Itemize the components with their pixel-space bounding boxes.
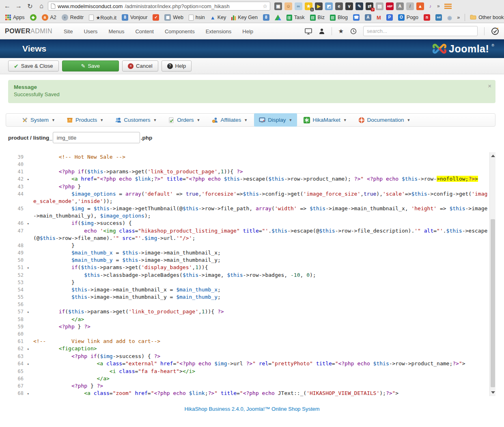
forward-icon[interactable]: → <box>14 2 24 10</box>
code-text[interactable]: <?php } <box>32 183 489 190</box>
bookmark-gmail[interactable]: M <box>375 14 383 22</box>
code-text[interactable]: if($this->params->get('display_badges',1… <box>32 264 489 271</box>
bookmark-p[interactable]: P <box>384 13 395 22</box>
save-close-button[interactable]: ✔Save & Close <box>8 60 59 71</box>
code-text[interactable]: $img = $this->image->getThumbnail(@$this… <box>32 205 489 220</box>
fold-arrow-icon[interactable]: ▾ <box>25 264 29 272</box>
scroll-up-icon[interactable] <box>491 155 495 157</box>
bookmark-drive[interactable] <box>273 14 283 21</box>
close-icon[interactable]: × <box>488 82 491 89</box>
fold-arrow-icon[interactable]: ▾ <box>25 345 29 353</box>
bookmark-web[interactable]: ▦Web <box>162 13 185 22</box>
code-text[interactable]: if($this->params->get('link_to_product_p… <box>32 308 489 315</box>
bookmark-hangouts[interactable]: ☎ <box>351 13 362 22</box>
reload-icon[interactable]: ↻ <box>25 2 35 10</box>
star-badge-extension-icon[interactable]: ★1 <box>305 2 312 10</box>
extensions-overflow-icon[interactable]: » <box>436 3 441 9</box>
code-text[interactable]: <i class="fa fa-heart"></i> <box>32 368 489 375</box>
hikashop-menu-orders[interactable]: Orders▼ <box>163 113 205 127</box>
hikashop-menu-documentation[interactable]: Documentation▼ <box>353 113 416 127</box>
code-text[interactable]: <a href="<?php echo $link;?>" title="<?p… <box>32 175 489 183</box>
footer-joomla-link[interactable]: Joomla!™ Online Shop System <box>246 406 320 412</box>
admin-nav-item-users[interactable]: Users <box>84 28 97 35</box>
refresh-question-extension-icon[interactable]: ⇄? <box>366 2 373 10</box>
bookmark-apps[interactable]: Apps <box>3 14 27 21</box>
code-text[interactable] <box>32 330 489 338</box>
code-text[interactable]: $main_thumb_y = $this->image->main_thumb… <box>32 257 489 264</box>
link-extension-icon[interactable]: ∞ <box>295 2 302 10</box>
adblock-plus-extension-icon[interactable]: ABP <box>386 2 394 10</box>
code-text[interactable]: echo '<img class="hikashop_product_listi… <box>32 227 489 242</box>
fold-arrow-icon[interactable]: ▾ <box>25 220 29 227</box>
code-text[interactable]: <?php if($img->success) { ?> <box>32 353 489 360</box>
bookmark-google8[interactable]: 8 <box>261 13 271 22</box>
code-text[interactable]: $image_options = array('default' => true… <box>32 190 489 205</box>
code-text[interactable]: $this->image->main_thumbnail_y = $main_t… <box>32 293 489 301</box>
bookmark-star-icon[interactable]: ☆ <box>263 3 267 9</box>
send-to-phone-extension-icon[interactable]: ▶ <box>315 2 323 10</box>
pocket-extension-icon[interactable]: ∨ <box>345 2 353 10</box>
code-text[interactable]: <figcaption> <box>32 345 489 352</box>
bookmark-pogo[interactable]: OPogo <box>396 13 420 22</box>
clip-extension-icon[interactable]: / <box>406 2 414 10</box>
admin-nav-item-site[interactable]: Site <box>64 28 73 35</box>
code-text[interactable]: <!-- Hot New Sale --> <box>32 153 489 161</box>
code-text[interactable]: <!-- View link and add to cart--> <box>32 338 489 345</box>
bookmark-sd[interactable]: sd <box>433 13 444 22</box>
bookmark-hsin[interactable]: hsin <box>187 14 207 22</box>
admin-nav-item-extensions[interactable]: Extensions <box>206 28 232 35</box>
code-editor[interactable]: 39 <!-- Hot New Sale -->4041 <?php if($t… <box>8 152 495 396</box>
code-text[interactable]: $this->image->main_thumbnail_x = $main_t… <box>32 286 489 293</box>
bookmark-translate[interactable]: A <box>363 13 373 22</box>
bookmark-blog[interactable]: Blog <box>328 14 350 22</box>
evernote-extension-icon[interactable]: e <box>335 2 343 10</box>
code-text[interactable]: <a class="zoom" href="<?php echo $link;?… <box>32 390 489 396</box>
fold-arrow-icon[interactable]: ▾ <box>25 360 29 368</box>
seo-extension-icon[interactable]: ◩ <box>325 2 333 10</box>
bookmark-red[interactable]: n <box>422 13 432 22</box>
preview-monitor-icon[interactable] <box>305 28 312 35</box>
music-extension-icon[interactable]: ♪ <box>426 2 434 10</box>
hikashop-menu-hikamarket[interactable]: HikaMarket▼ <box>299 113 351 127</box>
bookmark-task[interactable]: Task <box>284 14 307 22</box>
bookmark-rss[interactable]: ◉ <box>445 14 454 22</box>
bookmark-reditr[interactable]: ◗Reditr <box>60 13 86 22</box>
admin-nav-item-content[interactable]: Content <box>135 28 154 35</box>
cancel-button[interactable]: ×Cancel <box>122 60 158 71</box>
hikashop-menu-affiliates[interactable]: Affiliates▼ <box>207 113 253 127</box>
back-icon[interactable]: ← <box>2 2 12 10</box>
home-icon[interactable]: ⌂ <box>37 2 46 10</box>
browser-menu-icon[interactable] <box>444 4 452 9</box>
bookmark-key-gen[interactable]: Key Gen <box>229 14 260 21</box>
translate-extension-icon[interactable]: A <box>396 2 404 10</box>
pen-extension-icon[interactable]: ✎ <box>355 2 363 10</box>
code-text[interactable] <box>32 301 489 308</box>
code-text[interactable]: <?php if($this->params->get('link_to_pro… <box>32 168 489 175</box>
hikashop-menu-customers[interactable]: Customers▼ <box>110 113 162 127</box>
fold-arrow-icon[interactable]: ▾ <box>25 390 29 396</box>
code-text[interactable]: } <box>32 242 489 249</box>
code-text[interactable]: } <box>32 279 489 286</box>
camera-extension-icon[interactable]: ▣ <box>274 2 282 10</box>
code-text[interactable]: <?php } ?> <box>32 323 489 330</box>
editor-scrollbar[interactable] <box>489 152 495 396</box>
bookmark-roohit[interactable]: ★Rooh.it <box>87 14 118 22</box>
hikashop-menu-system[interactable]: System▼ <box>17 113 60 127</box>
admin-search-input[interactable] <box>363 26 478 36</box>
reader-extension-icon[interactable]: ▤ <box>376 2 383 10</box>
scrollbar-thumb[interactable] <box>491 219 495 387</box>
code-text[interactable]: </a> <box>32 316 489 323</box>
code-text[interactable]: <a class="external" href="<?php echo $im… <box>32 360 489 367</box>
favorites-star-icon[interactable]: ★ <box>338 28 344 35</box>
code-text[interactable]: <?php } ?> <box>32 382 489 390</box>
bookmarks-overflow[interactable]: » <box>455 14 462 21</box>
bookmark-key[interactable]: ▲Key <box>208 14 228 22</box>
code-text[interactable]: </a> <box>32 375 489 382</box>
user-icon[interactable] <box>319 28 325 35</box>
hikashop-menu-display[interactable]: Display▼ <box>254 113 297 127</box>
admin-nav-item-menus[interactable]: Menus <box>108 28 124 35</box>
code-text[interactable]: $main_thumb_x = $this->image->main_thumb… <box>32 249 489 257</box>
bookmark-orange-check[interactable]: ✓ <box>151 13 161 22</box>
fold-arrow-icon[interactable]: ▾ <box>25 176 29 183</box>
bookmark-vonjour[interactable]: 8Vonjour <box>120 13 149 22</box>
